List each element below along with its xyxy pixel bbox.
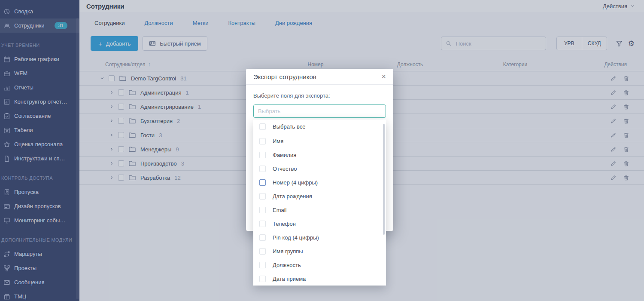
export-field-option[interactable]: Отчество [253,162,386,175]
export-field-option[interactable]: Телефон [253,217,386,230]
option-label: Дата приема [273,276,306,282]
export-field-option[interactable]: Дата рождения [253,189,386,203]
option-label: Номер (4 цифры) [273,179,318,186]
dropdown-options: Имя Фамилия Отчество Номер (4 цифры) Дат… [253,134,386,286]
export-fields-dropdown: Выбрать все Имя Фамилия Отчество Номер (… [253,120,386,286]
export-fields-select[interactable] [253,104,386,118]
close-icon[interactable]: × [381,73,386,80]
select-all-checkbox[interactable] [259,123,266,130]
option-checkbox[interactable] [259,248,266,255]
option-label: Телефон [273,221,296,227]
export-field-option[interactable]: Номер (4 цифры) [253,175,386,189]
export-employees-modal: Экспорт сотрудников × Выберите поля для … [246,69,393,231]
export-fields-label: Выберите поля для экспорта: [253,92,386,99]
option-checkbox[interactable] [259,138,266,144]
export-field-option[interactable]: Email [253,203,386,217]
export-field-option[interactable]: Имя [253,134,386,148]
select-all-label: Выбрать все [273,123,305,130]
option-checkbox[interactable] [259,234,266,241]
modal-header: Экспорт сотрудников × [246,69,393,85]
export-field-option[interactable]: Имя группы [253,244,386,258]
option-label: Pin код (4 цифры) [273,234,319,241]
option-label: Имя группы [273,248,303,255]
option-checkbox[interactable] [259,207,266,213]
modal-body: Выберите поля для экспорта: [246,85,393,118]
export-field-option[interactable]: Дата приема [253,272,386,286]
option-label: Фамилия [273,152,296,158]
option-label: Email [273,207,287,213]
option-checkbox[interactable] [259,262,266,268]
app-root: Сводка Сотрудники 31 УЧЕТ ВРЕМЕНИ Рабочи… [0,0,644,301]
option-label: Имя [273,138,283,144]
option-checkbox[interactable] [259,276,266,282]
option-checkbox[interactable] [259,221,266,227]
select-all-option[interactable]: Выбрать все [253,120,386,134]
option-checkbox[interactable] [259,179,266,186]
export-field-option[interactable]: Должность [253,258,386,272]
modal-title: Экспорт сотрудников [253,73,316,80]
option-checkbox[interactable] [259,152,266,158]
dropdown-scrollbar[interactable] [383,124,385,235]
option-checkbox[interactable] [259,166,266,172]
option-label: Дата рождения [273,193,312,200]
export-field-option[interactable]: Фамилия [253,148,386,162]
export-field-option[interactable]: Pin код (4 цифры) [253,230,386,244]
option-checkbox[interactable] [259,193,266,200]
option-label: Отчество [273,166,297,172]
option-label: Должность [273,262,301,268]
